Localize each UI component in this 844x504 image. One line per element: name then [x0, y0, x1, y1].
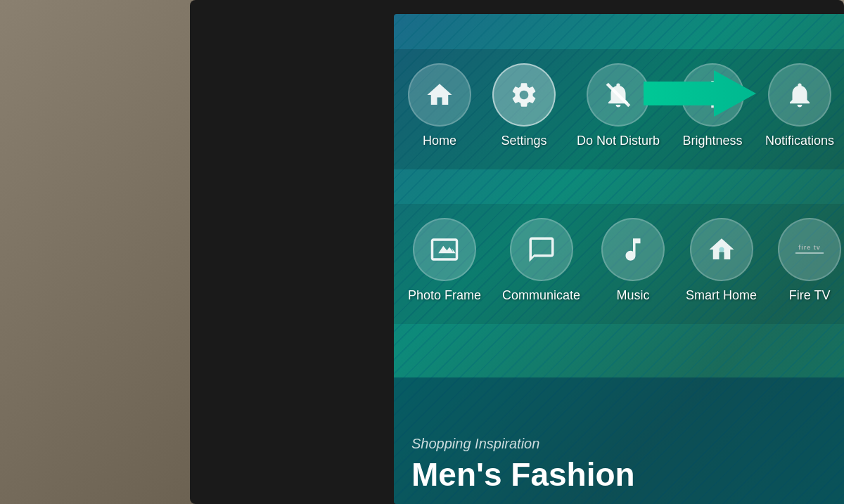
communicate-label: Communicate	[502, 288, 580, 303]
brightness-label: Brightness	[683, 134, 743, 148]
quick-settings-row: Home Settings	[394, 49, 844, 169]
smart-home-label: Smart Home	[686, 288, 757, 303]
dnd-icon-circle	[587, 63, 650, 127]
menu-item-communicate[interactable]: Communicate	[502, 218, 580, 303]
dnd-label: Do Not Disturb	[577, 134, 660, 148]
fire-tv-label: Fire TV	[789, 288, 831, 303]
menu-item-smart-home[interactable]: Smart Home	[686, 218, 757, 303]
screen-content: Home Settings	[394, 14, 844, 504]
tv-frame: Home Settings	[190, 0, 844, 504]
home-icon	[425, 80, 454, 110]
svg-point-2	[719, 247, 724, 252]
music-icon	[618, 235, 648, 264]
communicate-icon-circle	[510, 218, 573, 281]
menu-item-fire-tv[interactable]: fire tv Fire TV	[778, 218, 841, 303]
communicate-icon	[527, 235, 556, 264]
smart-home-icon	[707, 235, 736, 264]
settings-icon	[509, 80, 539, 110]
music-icon-circle	[601, 218, 665, 281]
home-label: Home	[423, 134, 456, 148]
photo-frame-label: Photo Frame	[408, 288, 481, 303]
photo-frame-icon-circle	[413, 218, 476, 281]
dnd-icon	[603, 80, 633, 110]
fire-tv-logo: fire tv	[795, 245, 824, 255]
green-arrow	[644, 69, 756, 118]
bottom-section: Shopping Inspiration Men's Fashion	[394, 377, 844, 504]
tv-screen: Home Settings	[394, 14, 844, 504]
tv-outer: Home Settings	[0, 0, 844, 504]
menu-item-photo-frame[interactable]: Photo Frame	[408, 218, 481, 303]
bell-icon	[785, 80, 814, 110]
menu-item-home[interactable]: Home	[408, 63, 471, 148]
fashion-label: Men's Fashion	[411, 455, 844, 493]
menu-item-notifications[interactable]: Notifications	[765, 63, 834, 148]
apps-row: Photo Frame Communicate	[394, 204, 844, 324]
shopping-label: Shopping Inspiration	[411, 436, 844, 452]
fire-tv-icon-circle: fire tv	[778, 218, 841, 281]
home-icon-circle	[408, 63, 471, 127]
music-label: Music	[617, 288, 650, 303]
settings-icon-circle	[492, 63, 556, 127]
notifications-icon-circle	[768, 63, 831, 127]
smart-home-icon-circle	[690, 218, 753, 281]
photo-frame-icon	[430, 235, 459, 264]
settings-label: Settings	[501, 134, 546, 148]
menu-item-settings[interactable]: Settings	[492, 63, 556, 148]
notifications-label: Notifications	[765, 134, 834, 148]
menu-item-music[interactable]: Music	[601, 218, 665, 303]
svg-marker-0	[644, 70, 756, 117]
